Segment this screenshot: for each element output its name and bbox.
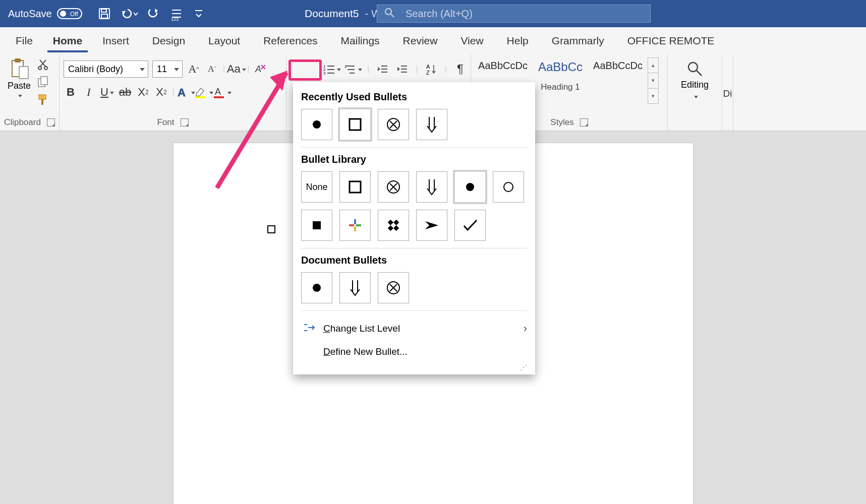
styles-down-icon[interactable]: ▾ — [648, 73, 658, 88]
svg-rect-19 — [214, 96, 224, 98]
tab-review[interactable]: Review — [391, 35, 449, 47]
tab-file[interactable]: File — [4, 35, 44, 47]
text-effects-icon[interactable]: A — [179, 85, 193, 99]
undo-icon[interactable] — [121, 8, 138, 20]
search-input[interactable] — [406, 8, 643, 20]
svg-point-36 — [504, 182, 513, 192]
save-icon[interactable] — [98, 8, 110, 20]
italic-button[interactable]: I — [82, 85, 96, 99]
style-heading-1[interactable]: AaBbCcHeading 1 — [533, 57, 588, 95]
define-new-bullet[interactable]: Define New Bullet... — [301, 340, 527, 363]
svg-rect-42 — [393, 220, 399, 225]
multilevel-button[interactable]: 1 — [346, 62, 360, 76]
styles-scroll[interactable]: ▴ ▾ ▾ — [648, 57, 659, 104]
bullet-lib-open-circle[interactable] — [493, 171, 524, 203]
tab-grammarly[interactable]: Grammarly — [540, 35, 616, 47]
editing-label: Editing — [681, 80, 709, 90]
highlight-color-icon[interactable] — [197, 85, 211, 99]
bullets-dropdown: Recently Used Bullets Bullet Library Non… — [293, 82, 535, 374]
group-font: Calibri (Body) 11 A^ Aˇ | Aa | A B I U a… — [60, 54, 286, 131]
chevron-right-icon: › — [524, 322, 527, 335]
underline-button[interactable]: U — [100, 85, 114, 99]
autosave-state: Off — [70, 11, 78, 18]
grow-font-icon[interactable]: A^ — [187, 62, 201, 76]
paste-label: Paste — [8, 81, 31, 91]
bullet-lib-arrowhead[interactable] — [416, 210, 447, 241]
svg-rect-44 — [388, 220, 393, 225]
tab-help[interactable]: Help — [495, 35, 540, 47]
font-name-select[interactable]: Calibri (Body) — [64, 60, 148, 78]
styles-more-icon[interactable]: ▾ — [648, 89, 658, 103]
tab-references[interactable]: References — [252, 35, 329, 47]
bullet-doc-double-arrow[interactable] — [339, 272, 371, 303]
svg-text:A: A — [426, 64, 430, 70]
qat-more-icon[interactable] — [194, 9, 203, 19]
superscript-button[interactable]: X2 — [154, 85, 168, 99]
bullet-recent-square-outline[interactable] — [339, 109, 371, 140]
styles-group-label: Styles — [550, 117, 573, 128]
tab-view[interactable]: View — [449, 35, 495, 47]
bullet-lib-disc[interactable] — [454, 171, 486, 203]
numbering-button[interactable]: 123 — [325, 62, 339, 76]
format-painter-icon[interactable] — [37, 94, 48, 108]
autosave-toggle[interactable]: AutoSave Off — [8, 8, 82, 20]
copy-icon[interactable] — [37, 76, 48, 90]
ribbon-tabs: File Home Insert Design Layout Reference… — [0, 27, 866, 54]
strikethrough-button[interactable]: ab — [118, 85, 132, 99]
show-marks-icon[interactable]: ¶ — [454, 62, 467, 76]
increase-indent-icon[interactable] — [396, 62, 409, 76]
bullet-lib-circle-x[interactable] — [378, 171, 409, 203]
group-cutoff-1: Di — [722, 54, 733, 131]
tab-insert[interactable]: Insert — [91, 35, 141, 47]
tab-office-remote[interactable]: OFFICE REMOTE — [616, 35, 726, 47]
svg-point-4 — [385, 9, 391, 15]
svg-point-10 — [44, 67, 47, 70]
editing-button[interactable]: Editing — [672, 57, 718, 101]
decrease-indent-icon[interactable] — [376, 62, 389, 76]
styles-up-icon[interactable]: ▴ — [648, 58, 658, 73]
bullet-none[interactable]: None — [301, 171, 332, 203]
change-list-level[interactable]: Change List Level › — [301, 317, 527, 340]
font-launcher-icon[interactable] — [181, 118, 189, 127]
clipboard-launcher-icon[interactable] — [47, 118, 55, 127]
bullet-lib-checkmark[interactable] — [454, 210, 486, 241]
style-extra[interactable]: AaBbCcDc¶ Normal — [590, 57, 646, 95]
tab-home[interactable]: Home — [44, 35, 91, 47]
sort-icon[interactable]: AZ — [425, 62, 438, 76]
svg-rect-33 — [350, 181, 361, 193]
bullet-recent-circle-x[interactable] — [378, 109, 409, 140]
svg-rect-8 — [19, 67, 28, 79]
svg-text:Z: Z — [426, 70, 430, 76]
tab-layout[interactable]: Layout — [197, 35, 252, 47]
line-numbering-icon[interactable]: 123 — [170, 8, 184, 20]
autosave-switch[interactable]: Off — [57, 8, 82, 19]
shrink-font-icon[interactable]: Aˇ — [205, 62, 219, 76]
subscript-button[interactable]: X2 — [136, 85, 150, 99]
svg-rect-43 — [388, 225, 393, 231]
bullet-lib-square-filled[interactable] — [301, 210, 332, 241]
paste-button[interactable]: Paste — [4, 57, 34, 108]
bullet-lib-double-arrow[interactable] — [416, 171, 447, 203]
change-case-button[interactable]: Aa — [229, 62, 243, 76]
bullet-lib-four-diamond[interactable] — [378, 210, 409, 241]
tab-mailings[interactable]: Mailings — [329, 35, 391, 47]
bold-button[interactable]: B — [64, 85, 78, 99]
redo-icon[interactable] — [148, 8, 160, 20]
bullet-recent-disc[interactable] — [301, 109, 332, 140]
annotation-highlight — [288, 59, 322, 81]
svg-text:123: 123 — [171, 17, 179, 22]
svg-rect-1 — [101, 9, 106, 12]
tab-design[interactable]: Design — [141, 35, 197, 47]
search-box[interactable] — [377, 5, 651, 23]
bullet-doc-circle-x[interactable] — [378, 272, 409, 303]
cut-icon[interactable] — [37, 58, 48, 73]
clear-formatting-icon[interactable]: A — [253, 62, 267, 76]
bullet-recent-double-arrow[interactable] — [416, 109, 447, 140]
styles-launcher-icon[interactable] — [580, 118, 588, 127]
font-color-icon[interactable]: A — [215, 85, 229, 99]
resize-gripper-icon[interactable]: ⋰ — [520, 363, 527, 370]
bullet-lib-four-color[interactable] — [339, 210, 371, 241]
bullet-doc-disc[interactable] — [301, 272, 332, 303]
bullet-lib-square-outline[interactable] — [339, 171, 371, 203]
font-size-select[interactable]: 11 — [152, 60, 183, 78]
